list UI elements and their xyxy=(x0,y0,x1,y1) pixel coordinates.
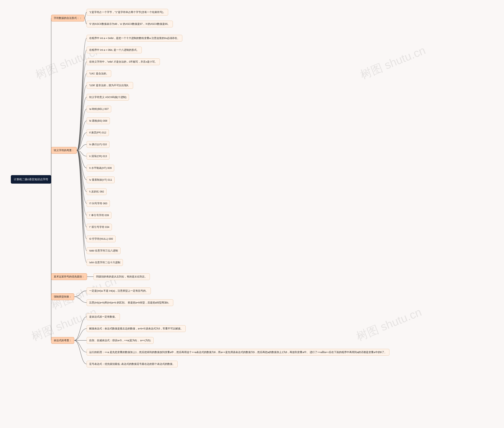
leaf-node[interactable]: \n 换行(LF) 010 xyxy=(87,141,109,148)
watermark: 树图 shutu.cn xyxy=(354,305,424,345)
branch-char-data-forms[interactable]: 字符数据的合法形式：： xyxy=(51,15,84,21)
connector-lines xyxy=(0,0,504,428)
leaf-node[interactable]: \f 换页(FF) 012 xyxy=(87,129,109,136)
branch-expression-exam[interactable]: 表达式的考查： xyxy=(51,337,74,344)
mindmap-canvas: 树图 shutu.cn 树图 shutu.cn 树图 shutu.cn 树图 s… xyxy=(0,0,504,428)
leaf-node[interactable]: 在程序中 int a = 0x6d，是把一个十六进制的数给变量a 注意这里的0x… xyxy=(87,35,182,41)
branch-escape-chars[interactable]: 转义字符的考查： xyxy=(51,147,77,154)
leaf-node[interactable]: \a 响铃(BEL) 007 xyxy=(87,106,111,112)
branch-arithmetic-priority[interactable]: 算术运算符号的优先级别： xyxy=(51,273,87,280)
leaf-node[interactable]: \' 单引号字符 039 xyxy=(87,212,111,219)
leaf-node[interactable]: 在程序中 int a = 06d, 是一个八进制的形式。 xyxy=(87,47,142,53)
leaf-node[interactable]: 自加、自减表达式：假设a=5，++a(是为6)， a++(为5); xyxy=(87,337,154,344)
leaf-node[interactable]: \ddd 任意字符三位八进制 xyxy=(87,247,120,254)
leaf-node[interactable]: '0' 的ASCII数值表示为48，'a' 的ASCII数值是97，'A'的AS… xyxy=(87,21,173,27)
leaf-node[interactable]: 在转义字符中，'\x6d' 才是合法的，0不能写，并且x是小写。 xyxy=(87,58,160,65)
leaf-node[interactable]: \? 问号字符 063 xyxy=(87,200,110,207)
leaf-node[interactable]: \0 空字符(NULL) 000 xyxy=(87,236,116,242)
leaf-node[interactable]: '\108' 是非法的，因为不可以出现8。 xyxy=(87,82,133,89)
leaf-node[interactable]: \t 水平制表(HT) 009 xyxy=(87,165,114,171)
leaf-node[interactable]: \b 退格(BS) 008 xyxy=(87,117,110,124)
leaf-node[interactable]: 运行的机理：++a 是先把变量的数值加上1，然后把得到的数值放到变量a中，然后再… xyxy=(87,349,389,356)
leaf-node[interactable]: '1'是字符占一个字节，"1"是字符串占两个字节(含有一个结束符号)。 xyxy=(87,9,168,16)
leaf-node[interactable]: 逗号表达式：优先级别最低 ;表达式的数值逗号最右边的那个表达式的数值。 xyxy=(87,361,177,367)
leaf-node[interactable]: 注意(int)(a+b)和(int)a+b 的区别。 前是把a+b转型，后是把a… xyxy=(87,299,173,306)
leaf-node[interactable]: 转义字符意义 ASCII码值(十进制) xyxy=(87,94,129,100)
root-node[interactable]: 计算机二级c语言知识点字符 xyxy=(11,175,51,184)
leaf-node[interactable]: \r 回车(CR) 013 xyxy=(87,153,109,160)
leaf-node[interactable]: \v 垂直制表(VT) 011 xyxy=(87,176,115,183)
leaf-node[interactable]: \" 双引号字符 034 xyxy=(87,224,112,230)
branch-type-cast[interactable]: 强制类型转换： xyxy=(51,293,74,300)
watermark: 树图 shutu.cn xyxy=(358,43,428,83)
leaf-node[interactable]: 一定是(int)a 不是 int(a)，注意类型上一定有括号的。 xyxy=(87,288,151,294)
leaf-node[interactable]: \xhh 任意字符二位十六进制 xyxy=(87,259,123,266)
leaf-node[interactable]: 赋值表达式：表达式数值是最左边的数值，a=b=5;该表达式为5，常量不可以赋值。 xyxy=(87,325,186,332)
leaf-node[interactable]: '\141' 是合法的。 xyxy=(87,70,111,77)
leaf-node[interactable]: 同级别的有的是从左到右，有的是从右到左。 xyxy=(93,273,150,280)
leaf-node[interactable]: 是表达式就一定有数值。 xyxy=(87,313,120,320)
leaf-node[interactable]: \\ 反斜杠 092 xyxy=(87,188,107,195)
